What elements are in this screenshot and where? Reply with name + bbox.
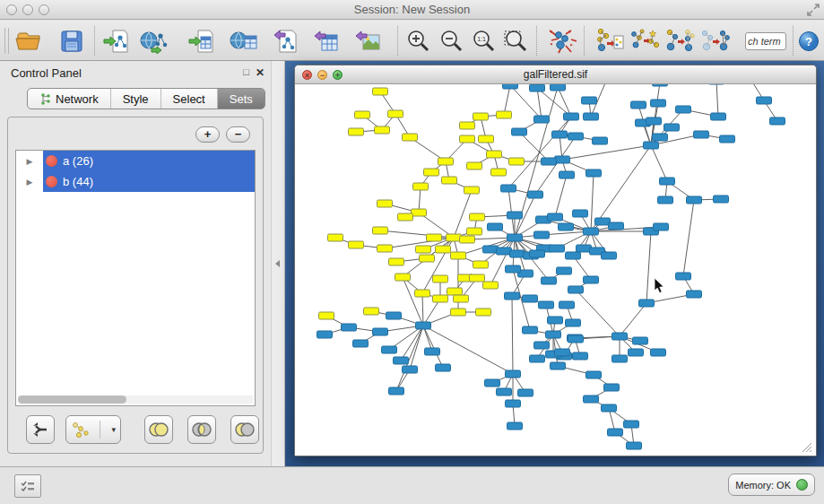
graph-node[interactable] — [757, 97, 772, 104]
graph-node[interactable] — [646, 117, 662, 125]
graph-node[interactable] — [433, 275, 448, 282]
graph-node[interactable] — [425, 348, 440, 355]
graph-node[interactable] — [595, 218, 611, 225]
open-session-button[interactable] — [13, 25, 45, 57]
graph-node[interactable] — [573, 210, 588, 217]
graph-node[interactable] — [651, 100, 666, 107]
graph-node[interactable] — [389, 258, 404, 265]
graph-node[interactable] — [548, 213, 563, 221]
graph-node[interactable] — [510, 250, 525, 257]
horizontal-scrollbar[interactable] — [18, 395, 253, 404]
graph-node[interactable] — [501, 185, 516, 192]
destroy-view-button[interactable] — [698, 25, 731, 57]
graph-node[interactable] — [473, 113, 489, 120]
graph-node[interactable] — [593, 137, 608, 144]
graph-node[interactable] — [518, 389, 533, 396]
resize-grip[interactable] — [802, 443, 811, 452]
graph-node[interactable] — [373, 328, 388, 335]
graph-node[interactable] — [568, 335, 584, 343]
graph-node[interactable] — [631, 101, 646, 109]
export-network-button[interactable] — [269, 25, 301, 57]
graph-node[interactable] — [548, 317, 563, 324]
first-neighbors-button[interactable] — [629, 25, 661, 57]
tab-style[interactable]: Style — [110, 89, 160, 109]
graph-node[interactable] — [349, 241, 364, 248]
graph-node[interactable] — [559, 223, 574, 230]
graph-node[interactable] — [349, 128, 364, 135]
new-network-from-selection-button[interactable] — [594, 25, 626, 57]
graph-node[interactable] — [770, 117, 785, 125]
graph-node[interactable] — [436, 364, 451, 371]
help-button[interactable]: ? — [796, 25, 821, 57]
graph-node[interactable] — [506, 265, 521, 273]
graph-node[interactable] — [483, 282, 499, 289]
close-panel-icon[interactable]: ✕ — [256, 66, 265, 79]
minimize-window-button[interactable] — [22, 4, 33, 15]
graph-node[interactable] — [564, 113, 579, 120]
graph-node[interactable] — [694, 131, 709, 138]
graph-node[interactable] — [460, 135, 475, 143]
graph-node[interactable] — [507, 234, 523, 241]
collapse-panel-icon[interactable] — [275, 260, 280, 267]
graph-node[interactable] — [539, 301, 554, 308]
graph-node[interactable] — [395, 274, 411, 281]
graph-node[interactable] — [542, 158, 557, 165]
graph-node[interactable] — [523, 326, 538, 334]
graph-node[interactable] — [542, 277, 557, 284]
graph-node[interactable] — [503, 84, 518, 89]
task-history-button[interactable] — [14, 474, 41, 498]
graph-node[interactable] — [479, 135, 494, 143]
graph-node[interactable] — [664, 124, 680, 131]
graph-node[interactable] — [551, 84, 566, 91]
graph-node[interactable] — [442, 177, 457, 184]
graph-node[interactable] — [342, 324, 357, 331]
graph-node[interactable] — [534, 116, 550, 123]
graph-node[interactable] — [416, 246, 431, 253]
graph-node[interactable] — [633, 337, 648, 344]
graph-node[interactable] — [582, 97, 597, 104]
network-graph-svg[interactable] — [295, 84, 814, 456]
union-sets-button[interactable] — [144, 415, 173, 444]
graph-node[interactable] — [687, 291, 702, 298]
graph-node[interactable] — [530, 250, 545, 257]
fullscreen-icon[interactable] — [806, 3, 820, 17]
graph-node[interactable] — [653, 134, 668, 141]
maximize-view-button[interactable]: + — [333, 70, 343, 80]
graph-node[interactable] — [497, 111, 512, 118]
graph-node[interactable] — [473, 261, 489, 268]
minimize-view-button[interactable]: − — [317, 70, 327, 80]
import-network-url-button[interactable] — [138, 25, 170, 57]
graph-node[interactable] — [555, 156, 570, 163]
graph-node[interactable] — [546, 331, 561, 338]
graph-node[interactable] — [506, 400, 521, 407]
graph-node[interactable] — [550, 245, 565, 252]
graph-node[interactable] — [377, 245, 393, 252]
graph-node[interactable] — [660, 178, 675, 185]
graph-node[interactable] — [476, 308, 491, 316]
graph-node[interactable] — [375, 126, 390, 134]
network-canvas[interactable] — [295, 84, 816, 456]
graph-node[interactable] — [714, 196, 729, 203]
graph-node[interactable] — [491, 169, 507, 176]
graph-node[interactable] — [512, 128, 527, 135]
graph-node[interactable] — [398, 213, 413, 221]
graph-node[interactable] — [507, 212, 523, 219]
graph-node[interactable] — [388, 110, 403, 117]
graph-node[interactable] — [629, 349, 644, 356]
graph-node[interactable] — [534, 342, 550, 349]
graph-node[interactable] — [573, 352, 588, 360]
expand-arrow-icon[interactable]: ▶ — [16, 171, 43, 192]
graph-node[interactable] — [552, 131, 568, 138]
graph-node[interactable] — [487, 151, 502, 158]
graph-node[interactable] — [412, 209, 427, 216]
graph-node[interactable] — [355, 111, 370, 118]
graph-node[interactable] — [639, 300, 655, 307]
graph-node[interactable] — [488, 223, 503, 230]
sets-list[interactable]: ▶ a (26) ▶ b (44) — [15, 150, 256, 406]
graph-node[interactable] — [551, 362, 566, 369]
graph-node[interactable] — [389, 387, 404, 395]
graph-node[interactable] — [612, 355, 628, 362]
graph-node[interactable] — [653, 84, 668, 86]
graph-node[interactable] — [424, 169, 439, 176]
tab-network[interactable]: Network — [28, 89, 110, 109]
